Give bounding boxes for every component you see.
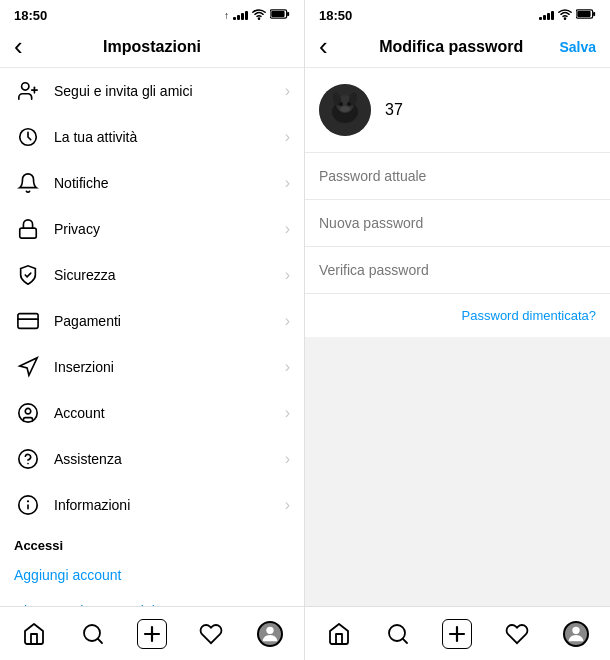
new-password-field[interactable] xyxy=(305,200,610,247)
question-circle-icon xyxy=(14,445,42,473)
left-panel: 18:50 ↑ ‹ xyxy=(0,0,305,660)
confirm-password-field[interactable] xyxy=(305,247,610,294)
left-header: ‹ Impostazioni xyxy=(0,26,304,68)
right-nav-home[interactable] xyxy=(317,612,361,656)
info-circle-icon xyxy=(14,491,42,519)
current-password-field[interactable] xyxy=(305,153,610,200)
wifi-icon xyxy=(252,7,266,23)
right-time: 18:50 xyxy=(319,8,352,23)
menu-label-inserzioni: Inserzioni xyxy=(54,359,285,375)
left-nav-heart[interactable] xyxy=(189,612,233,656)
menu-label-segui: Segui e invita gli amici xyxy=(54,83,285,99)
left-nav-search[interactable] xyxy=(71,612,115,656)
svg-point-23 xyxy=(564,18,565,19)
current-password-input[interactable] xyxy=(319,168,596,184)
lock-icon xyxy=(14,215,42,243)
left-nav-add[interactable] xyxy=(130,612,174,656)
right-add-button[interactable] xyxy=(442,619,472,649)
menu-item-account[interactable]: Account › xyxy=(0,390,304,436)
left-nav-profile[interactable] xyxy=(248,612,292,656)
right-status-bar: 18:50 xyxy=(305,0,610,26)
svg-rect-25 xyxy=(593,12,595,16)
right-profile-avatar-small[interactable] xyxy=(563,621,589,647)
svg-rect-8 xyxy=(20,228,37,238)
left-time: 18:50 xyxy=(14,8,47,23)
avatar xyxy=(319,84,371,136)
menu-label-attivita: La tua attività xyxy=(54,129,285,145)
bell-icon xyxy=(14,169,42,197)
right-wifi-icon xyxy=(558,7,572,23)
save-button[interactable]: Salva xyxy=(559,39,596,55)
menu-label-sicurezza: Sicurezza xyxy=(54,267,285,283)
right-back-button[interactable]: ‹ xyxy=(319,31,343,62)
right-header-title: Modifica password xyxy=(343,38,559,56)
person-plus-icon xyxy=(14,77,42,105)
svg-point-39 xyxy=(573,626,580,633)
person-circle-icon xyxy=(14,399,42,427)
svg-rect-26 xyxy=(577,11,590,17)
left-status-bar: 18:50 ↑ xyxy=(0,0,304,26)
svg-line-19 xyxy=(97,638,101,642)
menu-label-notifiche: Notifiche xyxy=(54,175,285,191)
post-count: 37 xyxy=(385,101,403,119)
signal-icon xyxy=(233,11,248,20)
menu-label-assistenza: Assistenza xyxy=(54,451,285,467)
menu-label-account: Account xyxy=(54,405,285,421)
confirm-password-input[interactable] xyxy=(319,262,596,278)
svg-point-13 xyxy=(19,450,37,468)
right-nav-add[interactable] xyxy=(435,612,479,656)
clock-icon xyxy=(14,123,42,151)
menu-item-assistenza[interactable]: Assistenza › xyxy=(0,436,304,482)
menu-label-informazioni: Informazioni xyxy=(54,497,285,513)
svg-point-22 xyxy=(267,626,274,633)
right-battery-icon xyxy=(576,8,596,22)
menu-item-privacy[interactable]: Privacy › xyxy=(0,206,304,252)
chevron-right-icon: › xyxy=(285,220,290,238)
menu-item-segui[interactable]: Segui e invita gli amici › xyxy=(0,68,304,114)
left-menu-list: Segui e invita gli amici › La tua attivi… xyxy=(0,68,304,606)
menu-label-pagamenti: Pagamenti xyxy=(54,313,285,329)
profile-avatar-small[interactable] xyxy=(257,621,283,647)
right-nav-heart[interactable] xyxy=(495,612,539,656)
menu-label-privacy: Privacy xyxy=(54,221,285,237)
menu-item-pagamenti[interactable]: Pagamenti › xyxy=(0,298,304,344)
svg-point-33 xyxy=(347,102,351,106)
megaphone-icon xyxy=(14,353,42,381)
right-signal-icon xyxy=(539,11,554,20)
menu-item-inserzioni[interactable]: Inserzioni › xyxy=(0,344,304,390)
right-bottom-nav xyxy=(305,606,610,660)
svg-line-36 xyxy=(403,638,407,642)
svg-point-11 xyxy=(19,404,37,422)
menu-item-sicurezza[interactable]: Sicurezza › xyxy=(0,252,304,298)
menu-item-informazioni[interactable]: Informazioni › xyxy=(0,482,304,528)
right-status-icons xyxy=(539,7,596,23)
svg-rect-2 xyxy=(287,12,289,16)
svg-point-0 xyxy=(258,18,259,19)
chevron-right-icon: › xyxy=(285,358,290,376)
right-header: ‹ Modifica password Salva xyxy=(305,26,610,68)
chevron-right-icon: › xyxy=(285,404,290,422)
svg-rect-3 xyxy=(271,11,284,17)
left-nav-home[interactable] xyxy=(12,612,56,656)
forgot-password-link[interactable]: Password dimenticata? xyxy=(305,294,610,337)
menu-item-attivita[interactable]: La tua attività › xyxy=(0,114,304,160)
empty-space xyxy=(305,337,610,606)
left-back-button[interactable]: ‹ xyxy=(14,31,38,62)
add-button[interactable] xyxy=(137,619,167,649)
add-account-link[interactable]: Aggiungi account xyxy=(0,557,304,593)
right-nav-profile[interactable] xyxy=(554,612,598,656)
chevron-right-icon: › xyxy=(285,174,290,192)
svg-point-4 xyxy=(22,83,29,90)
menu-item-notifiche[interactable]: Notifiche › xyxy=(0,160,304,206)
left-bottom-nav xyxy=(0,606,304,660)
disconnect-link[interactable]: Disconnetti marcocalabrone87 xyxy=(0,593,304,606)
svg-point-32 xyxy=(339,102,343,106)
right-nav-search[interactable] xyxy=(376,612,420,656)
new-password-input[interactable] xyxy=(319,215,596,231)
chevron-right-icon: › xyxy=(285,82,290,100)
chevron-right-icon: › xyxy=(285,312,290,330)
right-panel: 18:50 ‹ Modifi xyxy=(305,0,610,660)
left-header-title: Impostazioni xyxy=(38,38,266,56)
svg-point-34 xyxy=(340,106,350,112)
chevron-right-icon: › xyxy=(285,450,290,468)
